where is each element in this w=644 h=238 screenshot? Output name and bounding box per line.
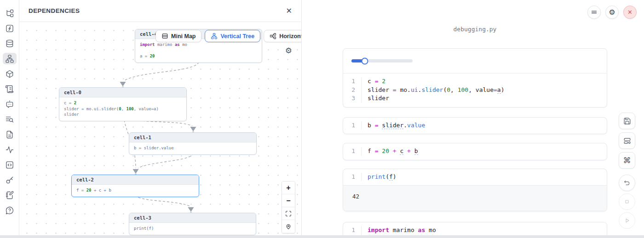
dependencies-panel: DEPENDENCIES ✕ c [19, 0, 302, 238]
dependencies-icon[interactable] [3, 53, 17, 64]
hamburger-icon [591, 9, 598, 16]
line-number: 1 [343, 121, 362, 130]
graph-node-cell-0[interactable]: cell-0c = 2slider = mo.ui.slider(0, 100,… [59, 87, 187, 121]
menu-button[interactable] [587, 6, 601, 19]
documentation-icon[interactable] [3, 129, 17, 140]
dependencies-header: DEPENDENCIES ✕ [19, 0, 301, 22]
graph-node-title: cell-0 [59, 88, 186, 97]
layout-button[interactable] [619, 132, 635, 149]
cell-editor[interactable]: 1print(f) [343, 169, 607, 186]
dependency-graph-canvas[interactable]: cell-4import marimo as mo a = 20cell-0c … [19, 22, 301, 238]
snippets-icon[interactable] [3, 159, 17, 170]
settings-button[interactable]: ⚙ [605, 6, 619, 19]
line-number: 1 [343, 173, 362, 181]
datasources-icon[interactable] [3, 38, 17, 49]
slider-widget[interactable] [351, 59, 413, 62]
variables-icon[interactable] [3, 23, 17, 34]
fit-view-icon [285, 210, 292, 217]
stop-icon [623, 198, 631, 205]
cell-editor[interactable]: 1f = 20 + c + b [343, 143, 607, 160]
line-number: 3 [343, 94, 362, 103]
interrupt-button[interactable] [619, 193, 635, 210]
undo-icon [623, 179, 631, 187]
undo-button[interactable] [619, 175, 635, 191]
graph-zoom-controls: + − [282, 181, 295, 233]
cell-editor[interactable]: 1b = slider.value [343, 118, 607, 134]
activity-bar [0, 0, 19, 238]
console-output: 42 [343, 185, 607, 211]
graph-node-cell-3[interactable]: cell-3print(f) [129, 213, 256, 235]
line-number: 1 [343, 147, 362, 156]
file-explorer-icon[interactable] [3, 7, 17, 19]
scratchpad-icon[interactable] [3, 189, 17, 201]
notebook-cells: 1c = 22slider = mo.ui.slider(0, 100, val… [343, 48, 607, 238]
graph-settings-gear-icon[interactable]: ⚙ [285, 46, 292, 56]
close-panel-icon[interactable]: ✕ [286, 7, 292, 15]
rows-icon [161, 33, 168, 40]
dependencies-title: DEPENDENCIES [29, 7, 80, 14]
save-icon [623, 117, 631, 125]
graph-node-cell-1[interactable]: cell-1b = slider.value [129, 132, 257, 155]
notebook-cell[interactable]: 1c = 22slider = mo.ui.slider(0, 100, val… [343, 48, 607, 108]
bottom-scrollbar[interactable] [0, 235, 644, 238]
secrets-icon[interactable] [3, 174, 17, 186]
shutdown-button[interactable]: ✕ [623, 6, 637, 19]
map-pin-icon [285, 223, 292, 230]
tracing-icon[interactable] [3, 144, 17, 155]
play-icon [623, 217, 631, 224]
graph-node-code: f = 20 + c + b [72, 185, 199, 197]
notebook-cell[interactable]: 1b = slider.value [343, 117, 607, 135]
graph-node-code: print(f) [129, 223, 256, 235]
notebook-panel: debugging.py 1c = 22slider = mo.ui.slide… [302, 0, 644, 238]
command-icon: ⌘ [623, 157, 631, 164]
notebook-cell[interactable]: 1f = 20 + c + b [343, 143, 607, 160]
graph-node-cell-2[interactable]: cell-2f = 20 + c + b [71, 175, 199, 197]
vertical-tree-button[interactable]: Vertical Tree [205, 30, 260, 42]
top-right-controls: ⚙ ✕ [587, 6, 637, 19]
save-button[interactable] [619, 113, 635, 129]
horizontal-tree-button[interactable]: Horizontal Tree [264, 30, 302, 42]
logs-icon[interactable] [3, 83, 17, 95]
fit-view-button[interactable] [282, 207, 295, 220]
horizontal-tree-icon [270, 33, 276, 40]
vertical-tree-icon [211, 33, 218, 40]
chat-icon[interactable] [3, 98, 17, 110]
line-number: 2 [343, 86, 362, 95]
notebook-cell[interactable]: 1print(f)42 [343, 169, 607, 212]
line-number: 1 [343, 226, 362, 235]
graph-node-code: import marimo as mo a = 20 [135, 39, 262, 62]
cell-editor[interactable]: 1c = 22slider = mo.ui.slider(0, 100, val… [343, 74, 607, 107]
slider-output [343, 49, 607, 74]
graph-node-title: cell-3 [129, 213, 256, 223]
outline-search-icon[interactable] [3, 113, 17, 125]
graph-node-title: cell-1 [129, 133, 256, 142]
close-icon: ✕ [627, 9, 632, 16]
lock-position-button[interactable] [282, 220, 295, 233]
help-icon[interactable] [3, 204, 17, 216]
keyboard-shortcuts-button[interactable]: ⌘ [619, 152, 635, 169]
graph-node-code: c = 2slider = mo.ui.slider(0, 100, value… [59, 97, 186, 121]
notebook-filename[interactable]: debugging.py [343, 26, 607, 33]
layout-icon [623, 137, 631, 145]
mini-map-button[interactable]: Mini Map [155, 30, 201, 42]
slider-thumb[interactable] [362, 57, 368, 64]
packages-icon[interactable] [3, 68, 17, 79]
gear-icon: ⚙ [609, 9, 615, 16]
graph-node-code: b = slider.value [129, 142, 256, 154]
graph-node-title: cell-2 [72, 175, 199, 185]
run-all-button[interactable] [619, 212, 635, 229]
zoom-out-button[interactable]: − [282, 194, 295, 207]
graph-view-toolbar: Mini Map Vertical Tree Horizontal Tree [155, 30, 302, 42]
zoom-in-button[interactable]: + [282, 181, 295, 194]
line-number: 1 [343, 77, 362, 86]
